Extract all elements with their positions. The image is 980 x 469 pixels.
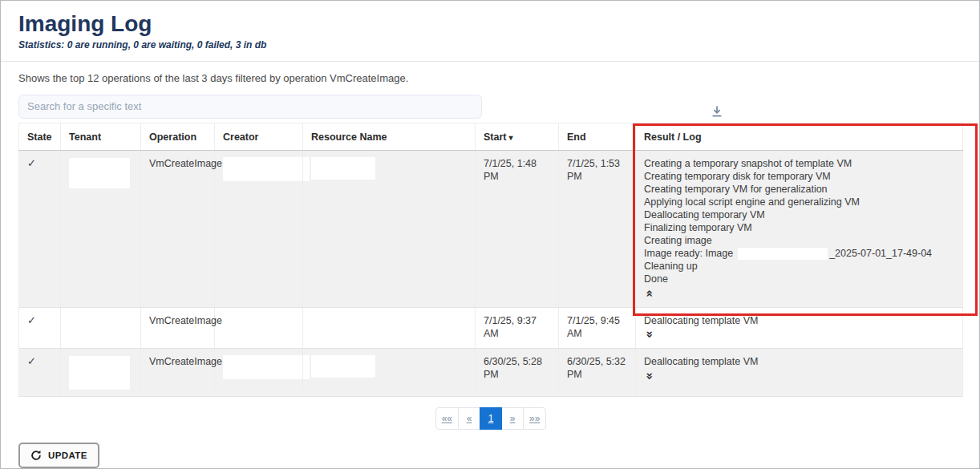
table-row: ✓ VmCreateImage 6/30/25, 5:28 PM 6/30/25…: [19, 349, 963, 397]
pagination-first-button[interactable]: ««: [435, 407, 459, 430]
chevron-double-up-icon: «: [645, 289, 654, 297]
imaging-log-page: Imaging Log Statistics: 0 are running, 0…: [0, 0, 980, 469]
refresh-icon: [30, 450, 42, 461]
pagination-last-button[interactable]: »»: [523, 407, 546, 430]
column-header-state[interactable]: State: [19, 123, 61, 150]
end-cell: 7/1/25, 1:53 PM: [559, 150, 636, 307]
redacted-resource-name: [311, 157, 375, 180]
end-cell: 7/1/25, 9:45 AM: [559, 307, 636, 349]
success-check-icon: ✓: [27, 355, 36, 367]
update-button-label: UPDATE: [48, 451, 87, 460]
redacted-creator: [223, 157, 310, 181]
pagination-prev-button[interactable]: «: [458, 407, 480, 430]
column-header-end[interactable]: End: [559, 123, 636, 150]
column-header-tenant[interactable]: Tenant: [61, 123, 141, 150]
download-icon: [710, 104, 724, 119]
redacted-tenant: [69, 158, 130, 188]
table-row: ✓ VmCreateImage 7/1/25, 1:48 PM 7/1/25, …: [19, 150, 963, 307]
expand-log-button[interactable]: »: [646, 370, 654, 382]
table-description: Shows the top 12 operations of the last …: [18, 72, 979, 84]
result-log-cell: Deallocating template VM »: [636, 349, 963, 397]
log-line: Done: [644, 273, 954, 285]
table-header-row: State Tenant Operation Creator Resource …: [19, 123, 963, 150]
start-cell: 7/1/25, 9:37 AM: [476, 307, 559, 349]
log-line: Deallocating template VM: [644, 314, 954, 327]
redacted-tenant: [69, 356, 130, 390]
table-row: ✓ VmCreateImage 7/1/25, 9:37 AM 7/1/25, …: [19, 307, 963, 349]
update-button[interactable]: UPDATE: [18, 443, 99, 468]
creator-cell: [215, 307, 303, 349]
sort-desc-icon: ▾: [508, 133, 512, 142]
log-line: Creating image: [644, 234, 954, 247]
chevron-double-down-icon: »: [645, 330, 654, 338]
log-line: Creating a temporary snapshot of templat…: [644, 157, 954, 170]
column-header-start[interactable]: Start▾: [476, 123, 559, 150]
success-check-icon: ✓: [27, 314, 36, 326]
header-divider: [1, 61, 979, 62]
end-cell: 6/30/25, 5:32 PM: [559, 349, 636, 397]
result-log-cell: Creating a temporary snapshot of templat…: [636, 150, 963, 307]
start-cell: 7/1/25, 1:48 PM: [476, 150, 559, 307]
log-line-image-ready: Image ready: Image_2025-07-01_17-49-04: [644, 247, 954, 260]
statistics-line: Statistics: 0 are running, 0 are waiting…: [18, 39, 979, 51]
column-header-result-log[interactable]: Result / Log: [636, 123, 963, 150]
collapse-log-button[interactable]: «: [646, 287, 654, 300]
log-line: Deallocating temporary VM: [644, 208, 954, 221]
column-header-creator[interactable]: Creator: [215, 123, 303, 150]
log-line: Deallocating template VM: [644, 355, 954, 368]
pagination-page-1-button[interactable]: 1: [480, 407, 502, 430]
log-line: Cleaning up: [644, 260, 954, 273]
operation-cell: VmCreateImage: [141, 349, 215, 397]
log-line: Applying local script engine and general…: [644, 196, 954, 208]
log-line: Creating temporary VM for generalization: [644, 183, 954, 196]
pagination-next-button[interactable]: »: [501, 407, 524, 430]
expand-log-button[interactable]: »: [646, 329, 654, 342]
operation-cell: VmCreateImage: [141, 307, 215, 349]
operation-cell: VmCreateImage: [141, 150, 215, 307]
search-input[interactable]: [18, 95, 482, 119]
resource-name-cell: [303, 307, 476, 349]
operations-table: State Tenant Operation Creator Resource …: [18, 123, 963, 397]
redacted-resource-name: [311, 355, 375, 378]
column-header-resource-name[interactable]: Resource Name: [303, 123, 476, 150]
chevron-double-down-icon: »: [645, 372, 654, 380]
log-line: Finalizing temporary VM: [644, 221, 954, 234]
redacted-creator: [223, 355, 310, 379]
success-check-icon: ✓: [27, 157, 36, 169]
redacted-image-name: [738, 248, 828, 260]
download-button[interactable]: [707, 103, 727, 122]
result-log-cell: Deallocating template VM »: [636, 307, 963, 349]
pagination: «« « 1 » »»: [18, 407, 963, 430]
log-line: Creating temporary disk for temporary VM: [644, 170, 954, 183]
tenant-cell: [61, 307, 141, 349]
column-header-operation[interactable]: Operation: [141, 123, 215, 150]
start-cell: 6/30/25, 5:28 PM: [476, 349, 559, 397]
page-title: Imaging Log: [18, 12, 979, 37]
